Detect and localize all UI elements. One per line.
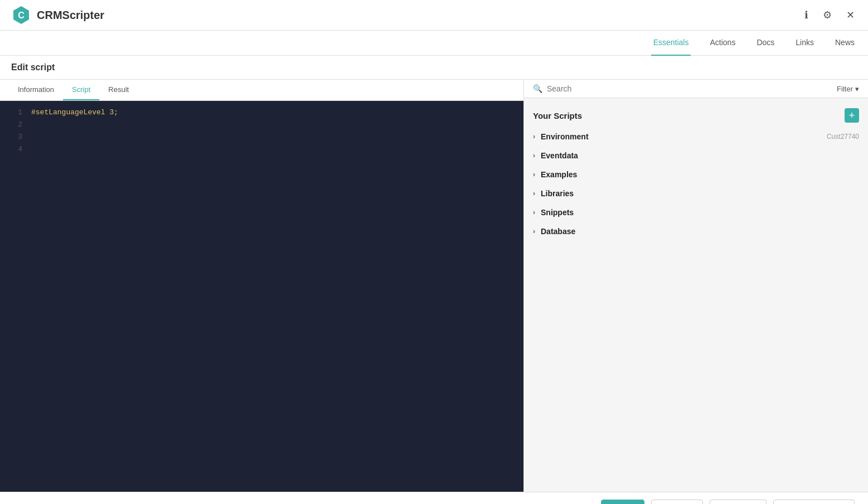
editor-panel: Information Script Result 1 #setLanguage… <box>0 80 524 492</box>
tree-item-label-snippets: Snippets <box>541 208 574 217</box>
code-line-3: 3 <box>0 131 523 143</box>
chevron-right-icon-4: › <box>533 190 535 197</box>
tree-item-database[interactable]: › Database <box>524 222 868 241</box>
tree-item-label-eventdata: Eventdata <box>541 151 578 160</box>
cancel-button[interactable]: Cancel <box>710 500 767 504</box>
code-editor[interactable]: 1 #setLanguageLevel 3; 2 3 4 <box>0 101 523 492</box>
chevron-right-icon-6: › <box>533 227 535 235</box>
logo-area: C CRMScripter <box>11 5 104 25</box>
tree-item-label-libraries: Libraries <box>541 189 574 198</box>
add-script-button[interactable]: + <box>845 108 859 123</box>
tree-header: Your Scripts + <box>524 104 868 127</box>
tree-item-label-environment: Environment <box>541 132 589 141</box>
tree-item-eventdata[interactable]: › Eventdata <box>524 146 868 165</box>
execute-script-button[interactable]: Execute script <box>773 500 855 504</box>
chevron-down-icon: ▾ <box>855 85 859 93</box>
line-number-2: 2 <box>6 119 22 131</box>
nav-item-docs[interactable]: Docs <box>754 31 777 56</box>
svg-text:C: C <box>18 11 25 20</box>
nav-item-links[interactable]: Links <box>793 31 816 56</box>
chevron-right-icon-2: › <box>533 152 535 159</box>
info-button[interactable]: ℹ <box>802 7 811 23</box>
filter-button[interactable]: Filter ▾ <box>837 85 859 93</box>
logo-icon: C <box>11 5 31 25</box>
nav-bar: Essentials Actions Docs Links News <box>0 31 868 56</box>
nav-item-actions[interactable]: Actions <box>707 31 738 56</box>
chevron-right-icon-3: › <box>533 171 535 178</box>
settings-button[interactable]: ⚙ <box>821 7 834 23</box>
tree-item-label-examples: Examples <box>541 170 577 179</box>
settings-icon: ⚙ <box>823 9 832 21</box>
apply-button[interactable]: Apply <box>651 500 703 504</box>
nav-item-news[interactable]: News <box>833 31 857 56</box>
tab-result[interactable]: Result <box>99 80 138 100</box>
code-line-4: 4 <box>0 143 523 156</box>
right-panel: 🔍 Filter ▾ Your Scripts + › Environment … <box>524 80 868 492</box>
tab-information[interactable]: Information <box>9 80 63 100</box>
tree-item-libraries[interactable]: › Libraries <box>524 184 868 203</box>
close-icon: ✕ <box>846 9 855 21</box>
page-title-bar: Edit script <box>0 56 868 80</box>
line-number-1: 1 <box>6 106 22 119</box>
chevron-right-icon-5: › <box>533 209 535 216</box>
line-number-4: 4 <box>6 143 22 156</box>
page-title: Edit script <box>11 62 55 72</box>
tree-item-snippets[interactable]: › Snippets <box>524 203 868 222</box>
search-bar: 🔍 Filter ▾ <box>524 80 868 98</box>
tab-script[interactable]: Script <box>63 80 99 100</box>
tree-item-environment[interactable]: › Environment Cust27740 <box>524 127 868 146</box>
nav-item-essentials[interactable]: Essentials <box>651 31 691 56</box>
filter-label: Filter <box>837 85 853 93</box>
main-layout: Information Script Result 1 #setLanguage… <box>0 80 868 492</box>
top-bar-actions: ℹ ⚙ ✕ <box>802 7 857 23</box>
search-icon: 🔍 <box>533 84 542 93</box>
tabs-bar: Information Script Result <box>0 80 523 101</box>
search-input[interactable] <box>547 84 832 93</box>
bottom-bar: OK Apply Cancel Execute script <box>0 492 868 504</box>
scripts-tree: Your Scripts + › Environment Cust27740 ›… <box>524 98 868 492</box>
tree-item-examples[interactable]: › Examples <box>524 165 868 184</box>
app-title: CRMScripter <box>37 9 104 22</box>
code-line-1: 1 #setLanguageLevel 3; <box>0 106 523 119</box>
line-number-3: 3 <box>6 131 22 143</box>
ok-button[interactable]: OK <box>601 500 644 504</box>
cust-id: Cust27740 <box>827 133 859 140</box>
scripts-tree-title: Your Scripts <box>533 111 582 120</box>
top-bar: C CRMScripter ℹ ⚙ ✕ <box>0 0 868 31</box>
chevron-right-icon: › <box>533 133 535 140</box>
line-content-1: #setLanguageLevel 3; <box>31 106 118 119</box>
info-icon: ℹ <box>804 9 808 21</box>
close-button[interactable]: ✕ <box>844 7 857 23</box>
tree-item-label-database: Database <box>541 227 575 236</box>
code-line-2: 2 <box>0 119 523 131</box>
plus-icon: + <box>849 110 855 120</box>
